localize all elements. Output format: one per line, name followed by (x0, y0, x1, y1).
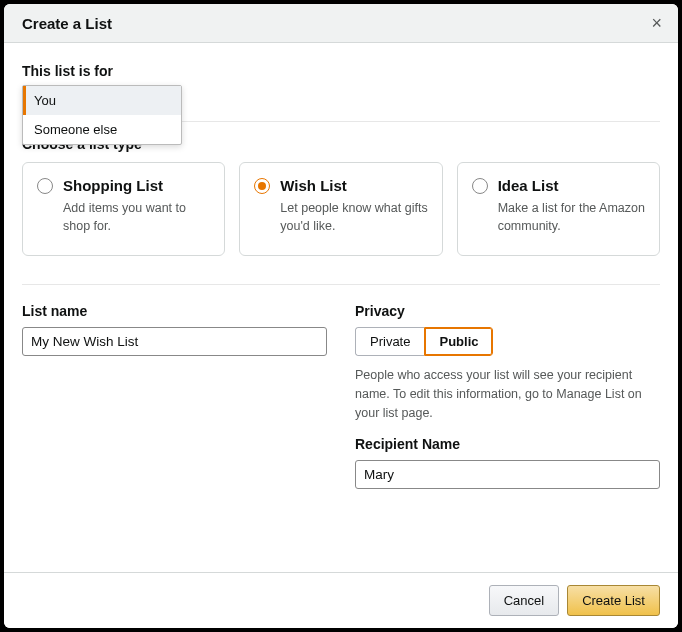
modal-body: This list is for You Someone else Choose… (4, 43, 678, 572)
list-name-section: List name (22, 303, 327, 489)
list-type-group: Shopping List Add items you want to shop… (22, 162, 660, 256)
dropdown-option-you[interactable]: You (23, 86, 181, 115)
radio-icon (254, 178, 270, 194)
privacy-toggle: Private Public (355, 327, 493, 356)
divider (22, 284, 660, 285)
type-title: Idea List (498, 177, 559, 194)
create-list-modal: Create a List × This list is for You Som… (4, 4, 678, 628)
list-name-input[interactable] (22, 327, 327, 356)
radio-icon (37, 178, 53, 194)
privacy-section: Privacy Private Public People who access… (355, 303, 660, 489)
privacy-label: Privacy (355, 303, 660, 319)
type-title: Shopping List (63, 177, 163, 194)
privacy-private-button[interactable]: Private (355, 327, 424, 356)
type-card-idea-list[interactable]: Idea List Make a list for the Amazon com… (457, 162, 660, 256)
type-desc: Add items you want to shop for. (63, 200, 210, 235)
radio-icon (472, 178, 488, 194)
type-desc: Let people know what gifts you'd like. (280, 200, 427, 235)
list-name-label: List name (22, 303, 327, 319)
list-for-dropdown-menu: You Someone else (22, 85, 182, 145)
list-for-label: This list is for (22, 63, 660, 79)
recipient-label: Recipient Name (355, 436, 660, 452)
recipient-name-input[interactable] (355, 460, 660, 489)
dropdown-option-someone-else[interactable]: Someone else (23, 115, 181, 144)
close-icon[interactable]: × (651, 14, 662, 32)
privacy-public-button[interactable]: Public (424, 327, 493, 356)
type-desc: Make a list for the Amazon community. (498, 200, 645, 235)
type-card-wish-list[interactable]: Wish List Let people know what gifts you… (239, 162, 442, 256)
create-list-button[interactable]: Create List (567, 585, 660, 616)
modal-header: Create a List × (4, 4, 678, 43)
modal-title: Create a List (22, 15, 112, 32)
privacy-note: People who access your list will see you… (355, 366, 660, 422)
cancel-button[interactable]: Cancel (489, 585, 559, 616)
type-card-shopping-list[interactable]: Shopping List Add items you want to shop… (22, 162, 225, 256)
modal-footer: Cancel Create List (4, 572, 678, 628)
type-title: Wish List (280, 177, 347, 194)
